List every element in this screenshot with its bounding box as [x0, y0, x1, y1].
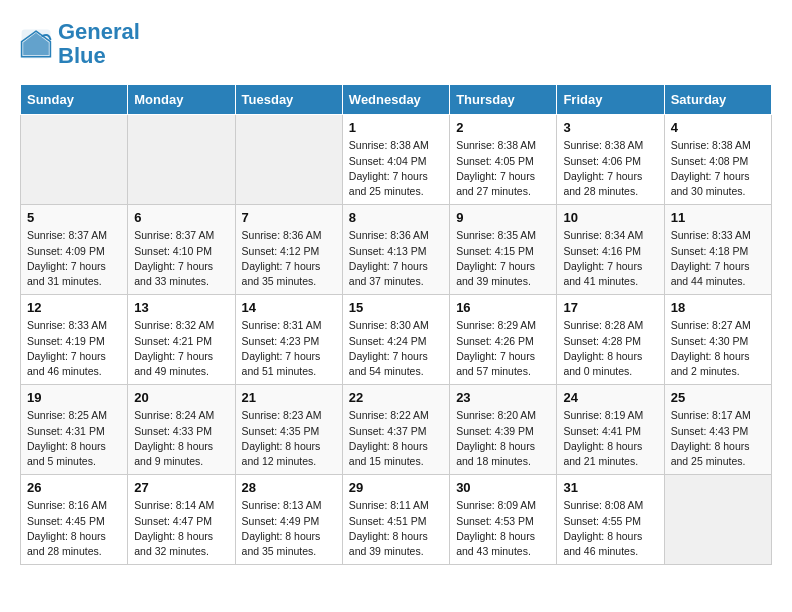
calendar-cell	[21, 115, 128, 205]
day-number: 26	[27, 480, 121, 495]
day-number: 19	[27, 390, 121, 405]
day-info: Sunrise: 8:32 AM Sunset: 4:21 PM Dayligh…	[134, 318, 228, 379]
calendar-cell: 26Sunrise: 8:16 AM Sunset: 4:45 PM Dayli…	[21, 475, 128, 565]
week-row-4: 19Sunrise: 8:25 AM Sunset: 4:31 PM Dayli…	[21, 385, 772, 475]
day-number: 24	[563, 390, 657, 405]
calendar-cell: 21Sunrise: 8:23 AM Sunset: 4:35 PM Dayli…	[235, 385, 342, 475]
calendar-cell: 16Sunrise: 8:29 AM Sunset: 4:26 PM Dayli…	[450, 295, 557, 385]
day-info: Sunrise: 8:31 AM Sunset: 4:23 PM Dayligh…	[242, 318, 336, 379]
day-info: Sunrise: 8:14 AM Sunset: 4:47 PM Dayligh…	[134, 498, 228, 559]
day-number: 25	[671, 390, 765, 405]
day-info: Sunrise: 8:34 AM Sunset: 4:16 PM Dayligh…	[563, 228, 657, 289]
calendar-cell: 31Sunrise: 8:08 AM Sunset: 4:55 PM Dayli…	[557, 475, 664, 565]
weekday-header-saturday: Saturday	[664, 85, 771, 115]
calendar-cell: 15Sunrise: 8:30 AM Sunset: 4:24 PM Dayli…	[342, 295, 449, 385]
calendar-cell: 6Sunrise: 8:37 AM Sunset: 4:10 PM Daylig…	[128, 205, 235, 295]
calendar-cell: 2Sunrise: 8:38 AM Sunset: 4:05 PM Daylig…	[450, 115, 557, 205]
weekday-header-sunday: Sunday	[21, 85, 128, 115]
day-number: 23	[456, 390, 550, 405]
calendar-cell: 5Sunrise: 8:37 AM Sunset: 4:09 PM Daylig…	[21, 205, 128, 295]
day-info: Sunrise: 8:33 AM Sunset: 4:18 PM Dayligh…	[671, 228, 765, 289]
week-row-5: 26Sunrise: 8:16 AM Sunset: 4:45 PM Dayli…	[21, 475, 772, 565]
day-number: 27	[134, 480, 228, 495]
day-number: 11	[671, 210, 765, 225]
page-header: General Blue	[20, 20, 772, 68]
calendar-table: SundayMondayTuesdayWednesdayThursdayFrid…	[20, 84, 772, 565]
day-number: 17	[563, 300, 657, 315]
day-number: 2	[456, 120, 550, 135]
day-info: Sunrise: 8:38 AM Sunset: 4:08 PM Dayligh…	[671, 138, 765, 199]
calendar-cell: 28Sunrise: 8:13 AM Sunset: 4:49 PM Dayli…	[235, 475, 342, 565]
day-info: Sunrise: 8:35 AM Sunset: 4:15 PM Dayligh…	[456, 228, 550, 289]
calendar-cell: 19Sunrise: 8:25 AM Sunset: 4:31 PM Dayli…	[21, 385, 128, 475]
day-info: Sunrise: 8:38 AM Sunset: 4:05 PM Dayligh…	[456, 138, 550, 199]
calendar-cell	[235, 115, 342, 205]
weekday-header-tuesday: Tuesday	[235, 85, 342, 115]
day-info: Sunrise: 8:36 AM Sunset: 4:13 PM Dayligh…	[349, 228, 443, 289]
calendar-body: 1Sunrise: 8:38 AM Sunset: 4:04 PM Daylig…	[21, 115, 772, 565]
day-number: 10	[563, 210, 657, 225]
day-info: Sunrise: 8:37 AM Sunset: 4:10 PM Dayligh…	[134, 228, 228, 289]
calendar-cell: 30Sunrise: 8:09 AM Sunset: 4:53 PM Dayli…	[450, 475, 557, 565]
day-info: Sunrise: 8:23 AM Sunset: 4:35 PM Dayligh…	[242, 408, 336, 469]
day-info: Sunrise: 8:37 AM Sunset: 4:09 PM Dayligh…	[27, 228, 121, 289]
day-info: Sunrise: 8:38 AM Sunset: 4:04 PM Dayligh…	[349, 138, 443, 199]
calendar-cell	[128, 115, 235, 205]
day-number: 15	[349, 300, 443, 315]
calendar-cell: 29Sunrise: 8:11 AM Sunset: 4:51 PM Dayli…	[342, 475, 449, 565]
day-number: 3	[563, 120, 657, 135]
calendar-cell: 13Sunrise: 8:32 AM Sunset: 4:21 PM Dayli…	[128, 295, 235, 385]
day-number: 18	[671, 300, 765, 315]
day-info: Sunrise: 8:30 AM Sunset: 4:24 PM Dayligh…	[349, 318, 443, 379]
calendar-cell: 25Sunrise: 8:17 AM Sunset: 4:43 PM Dayli…	[664, 385, 771, 475]
day-number: 22	[349, 390, 443, 405]
weekday-header-wednesday: Wednesday	[342, 85, 449, 115]
calendar-cell: 23Sunrise: 8:20 AM Sunset: 4:39 PM Dayli…	[450, 385, 557, 475]
calendar-header: SundayMondayTuesdayWednesdayThursdayFrid…	[21, 85, 772, 115]
calendar-cell: 9Sunrise: 8:35 AM Sunset: 4:15 PM Daylig…	[450, 205, 557, 295]
day-info: Sunrise: 8:27 AM Sunset: 4:30 PM Dayligh…	[671, 318, 765, 379]
weekday-header-friday: Friday	[557, 85, 664, 115]
calendar-cell: 22Sunrise: 8:22 AM Sunset: 4:37 PM Dayli…	[342, 385, 449, 475]
day-number: 21	[242, 390, 336, 405]
calendar-cell: 11Sunrise: 8:33 AM Sunset: 4:18 PM Dayli…	[664, 205, 771, 295]
day-number: 14	[242, 300, 336, 315]
day-info: Sunrise: 8:08 AM Sunset: 4:55 PM Dayligh…	[563, 498, 657, 559]
day-info: Sunrise: 8:16 AM Sunset: 4:45 PM Dayligh…	[27, 498, 121, 559]
day-number: 5	[27, 210, 121, 225]
day-info: Sunrise: 8:22 AM Sunset: 4:37 PM Dayligh…	[349, 408, 443, 469]
calendar-cell: 4Sunrise: 8:38 AM Sunset: 4:08 PM Daylig…	[664, 115, 771, 205]
weekday-header-thursday: Thursday	[450, 85, 557, 115]
calendar-cell: 12Sunrise: 8:33 AM Sunset: 4:19 PM Dayli…	[21, 295, 128, 385]
day-number: 1	[349, 120, 443, 135]
day-info: Sunrise: 8:24 AM Sunset: 4:33 PM Dayligh…	[134, 408, 228, 469]
day-number: 12	[27, 300, 121, 315]
calendar-cell: 10Sunrise: 8:34 AM Sunset: 4:16 PM Dayli…	[557, 205, 664, 295]
logo-text: General Blue	[58, 20, 140, 68]
logo: General Blue	[20, 20, 140, 68]
day-info: Sunrise: 8:11 AM Sunset: 4:51 PM Dayligh…	[349, 498, 443, 559]
day-number: 29	[349, 480, 443, 495]
weekday-row: SundayMondayTuesdayWednesdayThursdayFrid…	[21, 85, 772, 115]
day-number: 4	[671, 120, 765, 135]
calendar-cell: 1Sunrise: 8:38 AM Sunset: 4:04 PM Daylig…	[342, 115, 449, 205]
day-number: 6	[134, 210, 228, 225]
calendar-cell: 20Sunrise: 8:24 AM Sunset: 4:33 PM Dayli…	[128, 385, 235, 475]
calendar-cell: 8Sunrise: 8:36 AM Sunset: 4:13 PM Daylig…	[342, 205, 449, 295]
calendar-cell: 27Sunrise: 8:14 AM Sunset: 4:47 PM Dayli…	[128, 475, 235, 565]
day-number: 9	[456, 210, 550, 225]
week-row-3: 12Sunrise: 8:33 AM Sunset: 4:19 PM Dayli…	[21, 295, 772, 385]
day-info: Sunrise: 8:20 AM Sunset: 4:39 PM Dayligh…	[456, 408, 550, 469]
day-number: 16	[456, 300, 550, 315]
logo-icon	[20, 28, 52, 60]
day-info: Sunrise: 8:09 AM Sunset: 4:53 PM Dayligh…	[456, 498, 550, 559]
calendar-cell: 18Sunrise: 8:27 AM Sunset: 4:30 PM Dayli…	[664, 295, 771, 385]
day-number: 28	[242, 480, 336, 495]
day-number: 8	[349, 210, 443, 225]
day-info: Sunrise: 8:19 AM Sunset: 4:41 PM Dayligh…	[563, 408, 657, 469]
day-info: Sunrise: 8:36 AM Sunset: 4:12 PM Dayligh…	[242, 228, 336, 289]
day-info: Sunrise: 8:17 AM Sunset: 4:43 PM Dayligh…	[671, 408, 765, 469]
day-info: Sunrise: 8:38 AM Sunset: 4:06 PM Dayligh…	[563, 138, 657, 199]
weekday-header-monday: Monday	[128, 85, 235, 115]
calendar-cell: 7Sunrise: 8:36 AM Sunset: 4:12 PM Daylig…	[235, 205, 342, 295]
